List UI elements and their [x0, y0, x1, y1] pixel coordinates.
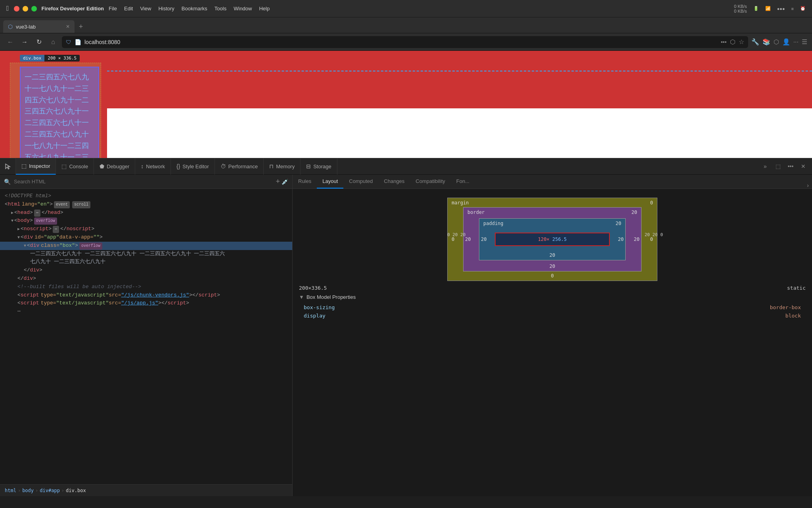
menu-window[interactable]: Window — [234, 6, 252, 12]
forward-button[interactable]: → — [19, 37, 30, 48]
tab-font[interactable]: Fon... — [451, 175, 475, 189]
search-html-input[interactable] — [14, 179, 272, 185]
devtools-options-button[interactable]: ••• — [785, 161, 796, 172]
box-sizing-row: box-sizing border-box — [297, 303, 807, 312]
menu-history[interactable]: History — [158, 6, 174, 12]
devtools-tab-style-editor[interactable]: {} Style Editor — [171, 158, 215, 175]
tab-close-button[interactable]: ✕ — [66, 24, 70, 29]
responsive-design-button[interactable]: ⬚ — [772, 161, 783, 172]
style-tabs: Rules Layout Computed Changes Compatibil… — [293, 175, 812, 189]
back-button[interactable]: ← — [5, 37, 16, 48]
menu-edit[interactable]: Edit — [124, 6, 133, 12]
tab-label: vue3-lab — [16, 24, 36, 30]
menu-tools[interactable]: Tools — [214, 6, 226, 12]
body-dots-line: ⋯ — [5, 308, 287, 316]
breadcrumb-body[interactable]: body — [22, 488, 34, 493]
margin-bottom-value: 0 — [551, 273, 553, 279]
debugger-label: Debugger — [107, 164, 129, 169]
box-overflow-badge[interactable]: overflow — [79, 242, 102, 250]
debugger-icon: ⬟ — [100, 163, 104, 169]
box-text-line: 一二三四五六七八九十 一二三四五六七八九十 一二三四五六七八九十 一二三四五六 — [5, 250, 287, 258]
menu-help[interactable]: Help — [259, 6, 270, 12]
element-dimensions: 200×336.5 — [299, 285, 327, 291]
maximize-window-button[interactable] — [31, 6, 37, 12]
menu-bookmarks[interactable]: Bookmarks — [182, 6, 207, 12]
head-collapse-badge: ⋯ — [34, 210, 40, 217]
body-overflow-badge[interactable]: overflow — [34, 217, 57, 225]
add-node-button[interactable]: + — [276, 177, 280, 186]
devtools-tab-memory[interactable]: ⊓ Memory — [264, 158, 301, 175]
profile-icon[interactable]: 👤 — [782, 38, 790, 46]
devtools-tab-debugger[interactable]: ⬟ Debugger — [94, 158, 135, 175]
body-triangle[interactable] — [11, 218, 13, 224]
devtools-tab-inspector[interactable]: ⬚ Inspector — [16, 158, 56, 175]
breadcrumb-div-app[interactable]: div#app — [40, 488, 60, 493]
doctype-line: <!DOCTYPE html> — [5, 192, 287, 200]
devtools-tab-storage[interactable]: ⊟ Storage — [301, 158, 337, 175]
apple-logo-icon:  — [6, 4, 9, 13]
tab-rules[interactable]: Rules — [293, 175, 317, 189]
div-app-triangle[interactable] — [17, 235, 20, 241]
breadcrumb-div-box[interactable]: div.box — [66, 488, 86, 493]
body-open-line: <body> overflow — [5, 217, 287, 225]
library-icon[interactable]: 📚 — [762, 38, 770, 46]
extensions-icon[interactable]: ··· — [793, 38, 799, 46]
menu-file[interactable]: File — [109, 6, 117, 12]
padding-label: padding — [483, 221, 504, 226]
margin-top-value: 0 — [650, 200, 653, 206]
close-window-button[interactable] — [14, 6, 19, 12]
home-button[interactable]: ⌂ — [48, 37, 59, 48]
box-highlight: 一二三四五六七八九十一七八九十一二三四五六七八九十一二三四五六七八九十一二三四五… — [20, 67, 99, 158]
border-bottom-value: 20 — [550, 264, 555, 269]
html-panel: 🔍 + 💉 <!DOCTYPE html> <html lang="en" > … — [0, 175, 293, 496]
pocket-icon[interactable]: ⬡ — [730, 38, 735, 46]
devtools-tab-performance[interactable]: ⏱ Performance — [215, 158, 264, 175]
inspector-pick-button[interactable] — [0, 158, 16, 175]
tab-computed[interactable]: Computed — [343, 175, 378, 189]
margin-left-value: 0 — [452, 237, 454, 242]
pick-element-button[interactable]: 💉 — [282, 179, 288, 185]
more-tools-button[interactable]: » — [760, 161, 771, 172]
tab-compatibility[interactable]: Compatibility — [410, 175, 450, 189]
element-size-badge: 200 × 336.5 — [44, 55, 80, 62]
sync-icon[interactable]: ⬡ — [774, 38, 779, 46]
box-model-properties-section: ▼ Box Model Properties box-sizing border… — [297, 291, 807, 320]
padding-left-value: 20 — [481, 237, 486, 242]
reload-button[interactable]: ↻ — [33, 37, 44, 48]
event-badge[interactable]: event — [54, 201, 70, 208]
scroll-badge[interactable]: scroll — [72, 201, 90, 208]
browser-tab-vue3lab[interactable]: ⬡ vue3-lab ✕ — [3, 20, 75, 33]
traffic-lights — [14, 6, 37, 12]
div-app-line: <div id="app" data-v-app="" > — [5, 233, 287, 242]
style-tabs-expand-button[interactable]: › — [807, 182, 812, 189]
noscript-triangle[interactable] — [17, 226, 20, 233]
devtools-tab-console[interactable]: ⬚ Console — [56, 158, 94, 175]
collapse-triangle[interactable]: ▼ — [299, 294, 304, 300]
tab-changes[interactable]: Changes — [378, 175, 410, 189]
menu-view[interactable]: View — [140, 6, 151, 12]
new-tab-button[interactable]: + — [75, 20, 87, 33]
address-more-icon[interactable]: ••• — [721, 39, 727, 45]
breadcrumb-html[interactable]: html — [5, 488, 16, 493]
clock: ●●● — [777, 6, 785, 11]
tab-layout[interactable]: Layout — [317, 175, 343, 189]
padding-right-value: 20 — [618, 237, 624, 242]
element-tag-label: div.box — [20, 55, 44, 62]
titlebar-right: 0 KB/s0 KB/s 🔋 📶 ●●● ≡ ⏰ — [734, 4, 806, 13]
console-label: Console — [69, 164, 88, 169]
viewport-white-area — [107, 108, 812, 158]
minimize-window-button[interactable] — [23, 6, 28, 12]
style-content: margin 0 0 0 0 border 20 20 20 20 — [293, 189, 812, 496]
devtools-icon[interactable]: 🔧 — [751, 38, 759, 46]
div-box-triangle[interactable] — [24, 243, 26, 249]
bookmark-icon[interactable]: ☆ — [739, 38, 744, 46]
devtools-tab-network[interactable]: ↕ Network — [135, 158, 171, 175]
network-speed: 0 KB/s0 KB/s — [734, 4, 747, 13]
close-devtools-button[interactable]: ✕ — [798, 161, 809, 172]
hamburger-menu[interactable]: ☰ — [802, 38, 807, 46]
div-box-line[interactable]: <div class="box" > overflow — [0, 242, 292, 250]
head-triangle[interactable] — [11, 210, 13, 216]
address-bar[interactable]: 🛡 📄 localhost:8080 ••• ⬡ ☆ — [62, 36, 748, 48]
url-text[interactable]: localhost:8080 — [84, 39, 120, 45]
control-center-icon: ≡ — [791, 6, 794, 11]
